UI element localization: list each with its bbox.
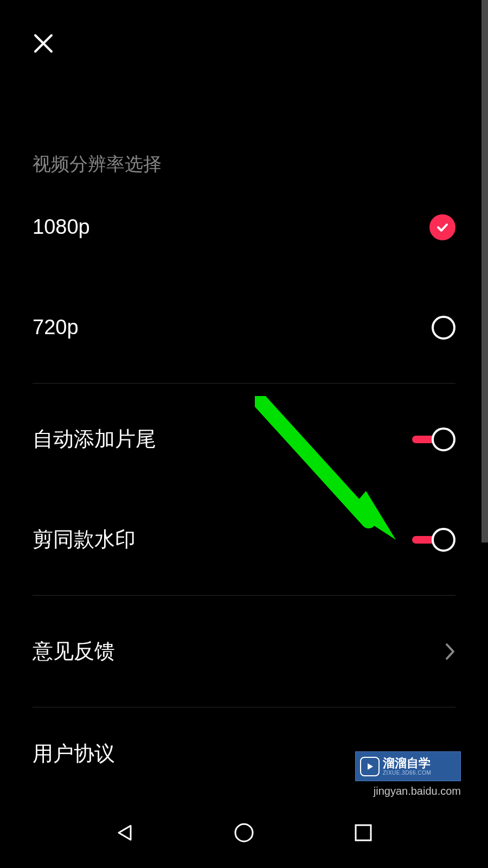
android-nav-bar (0, 797, 488, 868)
nav-home-button[interactable] (230, 819, 258, 846)
toggle-row-watermark: 剪同款水印 (33, 489, 455, 590)
watermark-footer: jingyan.baidu.com (374, 785, 461, 797)
divider (33, 383, 455, 384)
play-icon (360, 757, 380, 776)
resolution-option-720p[interactable]: 720p (33, 277, 455, 378)
toggle-watermark[interactable] (412, 528, 455, 552)
circle-home-icon (233, 822, 255, 844)
close-icon (33, 33, 54, 54)
option-label: 720p (33, 316, 79, 339)
divider (33, 707, 455, 707)
nav-back-button[interactable] (111, 819, 138, 846)
scrollbar[interactable] (481, 0, 488, 542)
radio-checked-icon (429, 214, 455, 240)
link-row-feedback[interactable]: 意见反馈 (33, 601, 455, 701)
square-recent-icon (354, 823, 373, 843)
toggle-label: 剪同款水印 (33, 526, 136, 553)
svg-point-6 (235, 824, 253, 841)
nav-recent-button[interactable] (350, 819, 377, 846)
toggle-label: 自动添加片尾 (33, 425, 156, 453)
chevron-right-icon (445, 642, 455, 661)
divider (33, 595, 455, 596)
watermark-brand: 溜溜自学 (383, 757, 431, 770)
option-label: 1080p (33, 215, 90, 239)
toggle-auto-ending[interactable] (412, 427, 455, 451)
close-button[interactable] (33, 33, 54, 54)
link-label: 意见反馈 (33, 637, 115, 665)
section-title-resolution: 视频分辨率选择 (33, 152, 455, 177)
svg-rect-7 (356, 825, 371, 840)
toggle-knob (432, 427, 455, 451)
resolution-option-1080p[interactable]: 1080p (33, 177, 455, 277)
toggle-knob (432, 528, 455, 552)
watermark-logo: 溜溜自学 ZIXUE.3D66.COM (355, 751, 461, 781)
triangle-back-icon (114, 822, 135, 843)
svg-marker-5 (368, 763, 373, 770)
radio-unchecked-icon (432, 316, 455, 340)
toggle-row-auto-ending: 自动添加片尾 (33, 389, 455, 489)
watermark-sub: ZIXUE.3D66.COM (383, 770, 431, 776)
